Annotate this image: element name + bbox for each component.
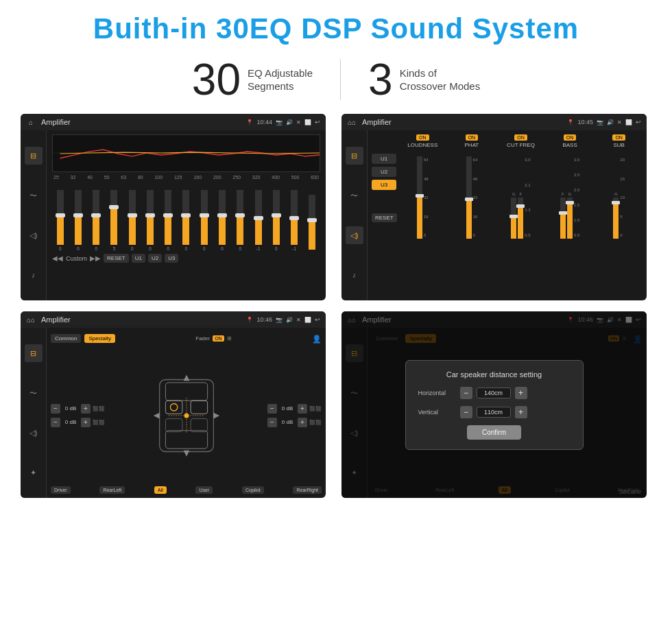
db-control-fl: − 0 dB + ⬛⬛	[51, 404, 105, 414]
db-plus-fr[interactable]: +	[298, 404, 307, 414]
sidebar-vol-icon-3[interactable]: ◁)	[25, 424, 43, 442]
user-btn[interactable]: User	[195, 486, 213, 494]
eq-u3-btn[interactable]: U3	[165, 254, 178, 263]
bass-slider-f[interactable]	[560, 198, 566, 239]
preset-u2-btn[interactable]: U2	[372, 167, 396, 177]
bass-sliders: F G 3.02.52.01.51.00.5	[560, 150, 579, 239]
close-icon-1[interactable]	[296, 119, 301, 126]
copilot-btn[interactable]: Copilot	[242, 486, 264, 494]
screen2-content: ⊟ 〜 ◁) ♪ U1 U2 U3 RESET ON	[341, 130, 647, 300]
speaker-common-btn[interactable]: Common	[51, 334, 81, 343]
crossover-label: Kinds of Crossover Modes	[400, 67, 481, 93]
crossover-reset-btn[interactable]: RESET	[372, 213, 397, 222]
speaker-specialty-btn[interactable]: Specialty	[84, 334, 115, 343]
speaker-main: Common Specialty Fader ON ⊞ −	[47, 328, 326, 498]
db-minus-rr[interactable]: −	[267, 418, 277, 427]
sidebar-eq-icon[interactable]: ⊟	[25, 147, 43, 165]
back-icon-1[interactable]	[315, 119, 320, 126]
phat-slider-1[interactable]	[466, 156, 472, 239]
eq-slider-11[interactable]: -1	[250, 190, 266, 251]
bass-slider-g[interactable]	[567, 198, 573, 239]
car-diagram-svg	[145, 368, 228, 464]
sidebar-wave-icon-2[interactable]: 〜	[346, 187, 363, 204]
eq-slider-9[interactable]: 0	[214, 190, 230, 251]
back-icon-3[interactable]	[315, 316, 320, 323]
eq-slider-12[interactable]: 0	[268, 190, 284, 251]
vertical-plus-btn[interactable]: +	[515, 406, 527, 418]
cutfreq-toggle[interactable]: ON	[514, 134, 527, 141]
preset-u1-btn[interactable]: U1	[372, 154, 396, 164]
sidebar-eq-icon-3[interactable]: ⊟	[25, 344, 43, 362]
sidebar-speaker-icon[interactable]: ♪	[25, 266, 43, 284]
eq-slider-5[interactable]: 0	[142, 190, 158, 251]
pin-icon-1	[246, 119, 253, 126]
sidebar-wave-icon[interactable]: 〜	[25, 187, 43, 204]
loudness-toggle[interactable]: ON	[416, 134, 429, 141]
db-minus-rl[interactable]: −	[51, 418, 60, 427]
crossover-channels: ON LOUDNESS 644832160 ON PHAT	[399, 134, 643, 296]
db-plus-fl[interactable]: +	[81, 404, 91, 414]
preset-u3-btn[interactable]: U3	[372, 180, 396, 190]
page: Buith-in 30EQ DSP Sound System 30 EQ Adj…	[0, 0, 672, 644]
sidebar-eq-icon-2[interactable]: ⊟	[346, 147, 363, 165]
sub-toggle[interactable]: ON	[612, 134, 625, 141]
eq-slider-3[interactable]: 5	[106, 190, 122, 251]
eq-slider-2[interactable]: 0	[88, 190, 104, 251]
screen1-content: ⊟ 〜 ◁) ♪	[21, 130, 326, 300]
eq-prev-icon[interactable]: ◀	[52, 254, 63, 262]
eq-u2-btn[interactable]: U2	[148, 254, 162, 263]
horizontal-minus-btn[interactable]: −	[460, 387, 472, 399]
cutfreq-slider-f[interactable]	[518, 198, 523, 239]
sidebar-vol-icon[interactable]: ◁)	[25, 226, 43, 244]
eq-slider-4[interactable]: 0	[124, 190, 140, 251]
horizontal-plus-btn[interactable]: +	[515, 387, 527, 399]
db-plus-rl[interactable]: +	[81, 418, 91, 427]
eq-slider-0[interactable]: 0	[52, 190, 68, 251]
cutfreq-slider-g[interactable]	[511, 198, 516, 239]
eq-u1-btn[interactable]: U1	[132, 254, 145, 263]
db-minus-fr[interactable]: −	[267, 404, 277, 414]
fader-toggle[interactable]: ON	[213, 335, 224, 342]
sub-slider-g[interactable]	[613, 198, 619, 239]
rearleft-btn[interactable]: RearLeft	[99, 486, 125, 494]
eq-slider-13[interactable]: -1	[286, 190, 302, 251]
close-icon-3[interactable]	[296, 316, 301, 323]
phat-toggle[interactable]: ON	[466, 134, 479, 141]
eq-next-icon[interactable]: ▶	[90, 254, 101, 262]
sidebar-wave-icon-3[interactable]: 〜	[25, 384, 43, 402]
loudness-slider-1[interactable]	[417, 156, 422, 239]
vertical-value: 110cm	[477, 407, 511, 418]
eq-sliders: 0 0 0 5 0 0 0 0 0 0 0 -1 0 -1	[52, 182, 320, 251]
eq-slider-10[interactable]: 0	[232, 190, 248, 251]
eq-label: EQ Adjustable Segments	[248, 67, 313, 93]
eq-reset-btn[interactable]: RESET	[104, 254, 129, 263]
vertical-minus-btn[interactable]: −	[460, 406, 472, 418]
speaker-diagram	[110, 346, 262, 484]
eq-slider-8[interactable]: 0	[196, 190, 212, 251]
home-icon-1[interactable]	[26, 117, 36, 127]
confirm-button[interactable]: Confirm	[467, 425, 521, 440]
distance-dialog-overlay: Car speaker distance setting Horizontal …	[341, 311, 647, 498]
driver-btn[interactable]: Driver	[51, 486, 71, 494]
home-icon-2[interactable]: ⌂	[347, 117, 357, 127]
bass-toggle[interactable]: ON	[564, 134, 577, 141]
sidebar-bluetooth-icon-3[interactable]: ✦	[25, 464, 43, 481]
eq-slider-6[interactable]: 0	[160, 190, 176, 251]
db-plus-rr[interactable]: +	[298, 418, 307, 427]
sidebar-speaker-icon-2[interactable]: ♪	[346, 266, 363, 284]
eq-slider-7[interactable]: 0	[178, 190, 194, 251]
back-icon-2[interactable]	[636, 119, 641, 126]
home-icon-3[interactable]: ⌂	[26, 315, 36, 324]
eq-slider-14[interactable]	[304, 195, 320, 251]
close-icon-2[interactable]	[617, 119, 622, 126]
sidebar-vol-icon-2[interactable]: ◁)	[346, 226, 363, 244]
eq-number: 30	[192, 58, 241, 102]
eq-slider-1[interactable]: 0	[70, 190, 86, 251]
all-btn[interactable]: All	[154, 486, 167, 494]
svg-rect-7	[165, 418, 182, 431]
phat-sliders: 644832160	[466, 150, 478, 239]
db-minus-fl[interactable]: −	[51, 404, 60, 414]
cutfreq-label: CUT FREQ	[507, 142, 535, 148]
svg-point-9	[170, 403, 178, 411]
rearright-btn[interactable]: RearRight	[293, 486, 322, 494]
